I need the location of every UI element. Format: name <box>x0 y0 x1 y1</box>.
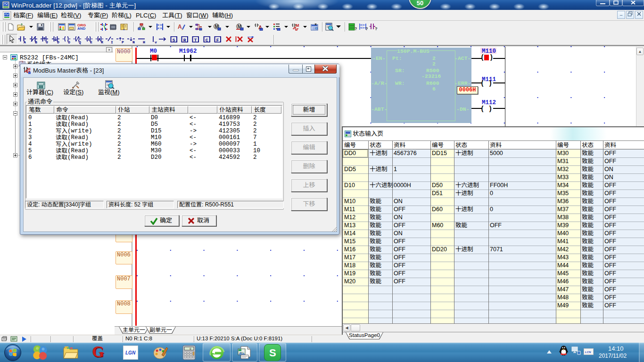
svg-text:0: 0 <box>190 347 191 351</box>
svg-text:T: T <box>194 38 197 43</box>
svg-text:F: F <box>216 38 219 43</box>
svg-text:R: R <box>183 38 186 43</box>
svg-text:?: ? <box>355 26 357 31</box>
svg-text:?: ? <box>365 26 368 31</box>
svg-text:S: S <box>173 38 175 43</box>
svg-text:S: S <box>88 37 90 41</box>
svg-text:M: M <box>296 23 299 28</box>
svg-text:C: C <box>206 38 208 43</box>
svg-text:?: ? <box>375 26 378 31</box>
svg-text:A: A <box>178 24 182 30</box>
svg-text:M: M <box>27 67 31 71</box>
svg-text:R: R <box>99 37 101 41</box>
